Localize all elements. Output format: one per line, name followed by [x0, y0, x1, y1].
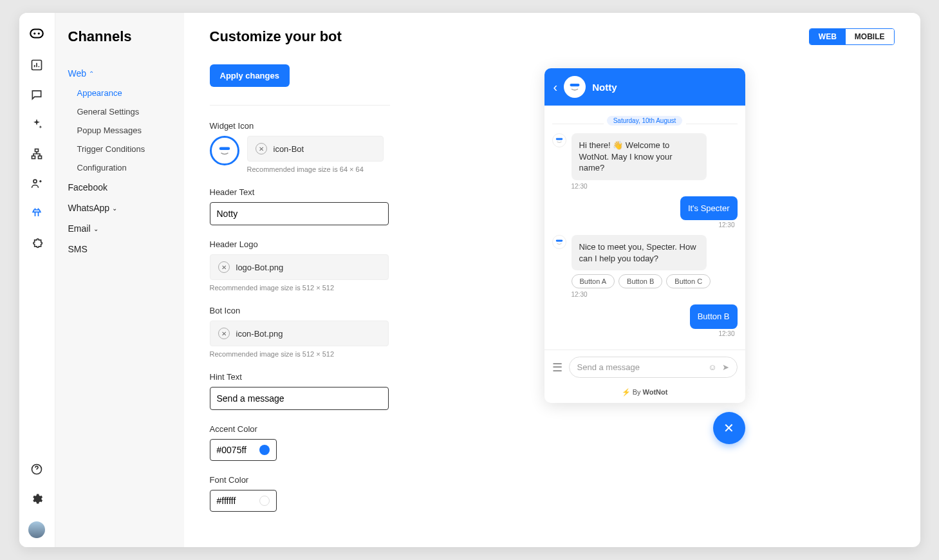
branding: ⚡ By WotNot: [544, 384, 745, 403]
extension-icon[interactable]: [30, 236, 44, 250]
analytics-icon[interactable]: [30, 58, 44, 72]
svg-point-1: [33, 32, 35, 34]
nav-configuration[interactable]: Configuration: [68, 158, 184, 177]
bot-icon-file-chip: ✕ icon-Bot.png: [210, 321, 389, 346]
header-text-label: Header Text: [210, 187, 403, 197]
svg-rect-9: [219, 147, 230, 151]
bot-message: Nice to meet you, Specter. How can I hel…: [572, 235, 707, 270]
hint-text-label: Hint Text: [210, 372, 403, 382]
sidebar: Channels Web⌃ Appearance General Setting…: [55, 13, 184, 547]
svg-rect-5: [32, 156, 35, 158]
svg-rect-11: [555, 138, 562, 140]
nav-whatsapp[interactable]: WhatsApp⌄: [68, 198, 184, 218]
nav-facebook[interactable]: Facebook: [68, 177, 184, 198]
bot-icon-hint: Recommended image size is 512 × 512: [210, 350, 403, 358]
header-text-input[interactable]: [210, 202, 389, 225]
page-title: Customize your bot: [210, 28, 403, 45]
flow-icon[interactable]: [30, 147, 44, 161]
timestamp: 12:30: [572, 183, 738, 190]
quick-reply-button[interactable]: Button C: [666, 274, 711, 288]
accent-color-input[interactable]: #0075ff: [210, 439, 277, 461]
widget-footer: ☰ Send a message ☺ ➤: [544, 350, 745, 384]
quick-reply-button[interactable]: Button A: [572, 274, 615, 288]
timestamp: 12:30: [552, 221, 735, 229]
widget-icon-preview: [210, 136, 239, 165]
svg-rect-6: [39, 156, 42, 158]
send-icon[interactable]: ➤: [722, 362, 729, 372]
channels-icon[interactable]: [30, 206, 44, 220]
nav-email[interactable]: Email⌄: [68, 218, 184, 239]
widget-icon-hint: Recommended image size is 64 × 64: [247, 165, 384, 173]
remove-widget-icon-button[interactable]: ✕: [256, 143, 267, 154]
bot-avatar-icon: [552, 235, 566, 249]
sidebar-title: Channels: [68, 28, 184, 45]
menu-icon[interactable]: ☰: [552, 360, 562, 375]
user-message: Button B: [690, 304, 738, 329]
svg-rect-4: [35, 149, 39, 152]
help-icon[interactable]: [30, 462, 44, 476]
preview-toggle: WEB MOBILE: [809, 28, 895, 45]
nav-popup-messages[interactable]: Popup Messages: [68, 121, 184, 140]
hint-text-input[interactable]: [210, 387, 389, 410]
nav-general-settings[interactable]: General Settings: [68, 102, 184, 121]
svg-rect-12: [555, 240, 562, 242]
header-avatar: [564, 76, 586, 98]
header-logo-label: Header Logo: [210, 239, 403, 249]
svg-point-7: [33, 180, 37, 183]
chat-widget-preview: ‹ Notty Saturday, 10th August Hi there! …: [544, 68, 745, 403]
accent-color-label: Accent Color: [210, 424, 403, 434]
nav-trigger-conditions[interactable]: Trigger Conditions: [68, 140, 184, 158]
font-color-input[interactable]: #ffffff: [210, 490, 277, 512]
nav-appearance[interactable]: Appearance: [68, 84, 184, 102]
widget-icon-file-chip: ✕ icon-Bot: [247, 136, 384, 162]
quick-reply-button[interactable]: Button B: [618, 274, 662, 288]
widget-header: ‹ Notty: [544, 68, 745, 106]
widget-icon-filename: icon-Bot: [274, 144, 304, 154]
accent-swatch: [259, 445, 270, 455]
toggle-web[interactable]: WEB: [810, 29, 846, 44]
timestamp: 12:30: [552, 330, 735, 337]
font-swatch: [259, 496, 270, 506]
bot-avatar-icon: [552, 133, 566, 147]
user-message: It's Specter: [680, 196, 738, 221]
remove-header-logo-button[interactable]: ✕: [218, 261, 230, 273]
header-logo-filename: logo-Bot.png: [236, 263, 284, 272]
toggle-mobile[interactable]: MOBILE: [846, 29, 894, 44]
close-fab[interactable]: ✕: [713, 412, 745, 444]
header-logo-file-chip: ✕ logo-Bot.png: [210, 254, 389, 280]
svg-rect-0: [30, 30, 43, 38]
settings-icon[interactable]: [30, 492, 44, 506]
svg-rect-10: [570, 84, 580, 86]
header-logo-hint: Recommended image size is 512 × 512: [210, 284, 403, 292]
emoji-icon[interactable]: ☺: [708, 362, 716, 372]
widget-title: Notty: [592, 82, 617, 93]
widget-icon-label: Widget Icon: [210, 121, 403, 131]
bot-icon-label: Bot Icon: [210, 306, 403, 315]
message-input[interactable]: Send a message ☺ ➤: [569, 357, 738, 378]
divider: [210, 105, 390, 106]
app-logo-icon: [28, 24, 46, 42]
people-icon[interactable]: [30, 176, 44, 191]
remove-bot-icon-button[interactable]: ✕: [218, 328, 230, 339]
bot-message: Hi there! 👋 Welcome to WotNot. May I kno…: [572, 133, 707, 180]
apply-button[interactable]: Apply changes: [210, 64, 290, 87]
back-icon[interactable]: ‹: [553, 80, 558, 95]
bolt-icon: ⚡: [622, 388, 631, 396]
sparkle-icon[interactable]: [30, 117, 44, 131]
nav-sms[interactable]: SMS: [68, 239, 184, 259]
main-content: Customize your bot Apply changes Widget …: [184, 13, 920, 547]
user-avatar[interactable]: [28, 521, 45, 538]
chat-date: Saturday, 10th August: [607, 116, 683, 126]
bot-icon-filename: icon-Bot.png: [236, 329, 283, 339]
svg-point-2: [38, 32, 40, 34]
timestamp: 12:30: [572, 291, 738, 298]
nav-web[interactable]: Web⌃: [68, 63, 184, 84]
font-color-label: Font Color: [210, 475, 403, 485]
widget-body: Saturday, 10th August Hi there! 👋 Welcom…: [544, 106, 745, 350]
chat-icon[interactable]: [30, 88, 44, 102]
icon-rail: [19, 13, 55, 547]
